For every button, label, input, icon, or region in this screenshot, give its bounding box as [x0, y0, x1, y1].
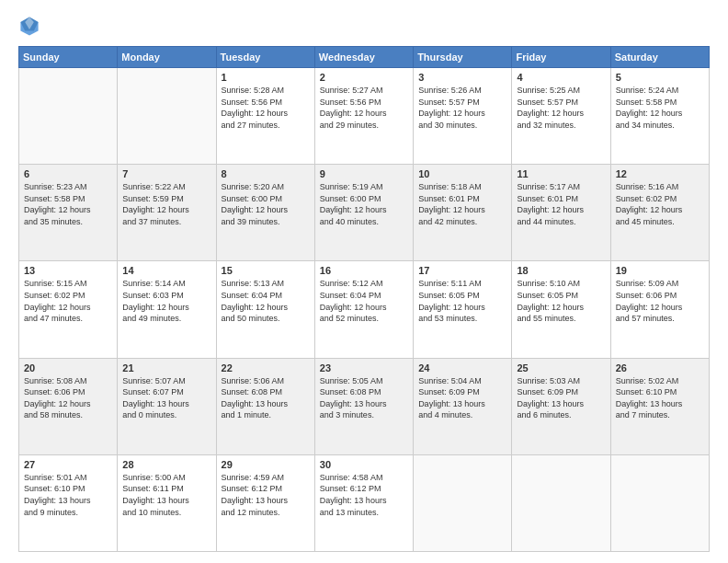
calendar-cell	[118, 68, 216, 165]
day-info: Sunrise: 5:13 AM Sunset: 6:04 PM Dayligh…	[222, 278, 310, 324]
calendar-table: SundayMondayTuesdayWednesdayThursdayFrid…	[18, 46, 710, 552]
calendar-cell	[512, 454, 610, 551]
day-info: Sunrise: 5:16 AM Sunset: 6:02 PM Dayligh…	[616, 181, 704, 227]
day-info: Sunrise: 5:20 AM Sunset: 6:00 PM Dayligh…	[222, 181, 310, 227]
calendar-cell: 6Sunrise: 5:23 AM Sunset: 5:58 PM Daylig…	[19, 165, 118, 261]
day-number: 17	[418, 265, 506, 276]
day-info: Sunrise: 5:17 AM Sunset: 6:01 PM Dayligh…	[517, 181, 605, 227]
day-number: 15	[222, 265, 310, 276]
calendar-cell: 7Sunrise: 5:22 AM Sunset: 5:59 PM Daylig…	[118, 165, 216, 261]
calendar-cell: 30Sunrise: 4:58 AM Sunset: 6:12 PM Dayli…	[314, 454, 413, 551]
calendar-cell: 10Sunrise: 5:18 AM Sunset: 6:01 PM Dayli…	[414, 165, 512, 261]
calendar-cell: 22Sunrise: 5:06 AM Sunset: 6:08 PM Dayli…	[216, 358, 314, 454]
calendar-cell	[19, 68, 118, 165]
day-info: Sunrise: 5:11 AM Sunset: 6:05 PM Dayligh…	[418, 278, 506, 324]
day-number: 9	[320, 168, 408, 179]
day-info: Sunrise: 4:58 AM Sunset: 6:12 PM Dayligh…	[320, 472, 408, 518]
calendar-cell: 14Sunrise: 5:14 AM Sunset: 6:03 PM Dayli…	[118, 261, 216, 358]
day-number: 7	[122, 168, 210, 179]
day-number: 12	[616, 168, 704, 179]
calendar-cell: 2Sunrise: 5:27 AM Sunset: 5:56 PM Daylig…	[314, 68, 413, 165]
header-friday: Friday	[512, 47, 610, 68]
day-number: 11	[517, 168, 605, 179]
day-info: Sunrise: 5:14 AM Sunset: 6:03 PM Dayligh…	[122, 278, 210, 324]
calendar-cell: 12Sunrise: 5:16 AM Sunset: 6:02 PM Dayli…	[610, 165, 709, 261]
day-info: Sunrise: 5:09 AM Sunset: 6:06 PM Dayligh…	[616, 278, 704, 324]
day-info: Sunrise: 5:23 AM Sunset: 5:58 PM Dayligh…	[24, 181, 112, 227]
day-info: Sunrise: 5:01 AM Sunset: 6:10 PM Dayligh…	[24, 472, 112, 518]
day-number: 27	[24, 459, 112, 470]
day-number: 2	[320, 72, 408, 83]
calendar-cell: 20Sunrise: 5:08 AM Sunset: 6:06 PM Dayli…	[19, 358, 118, 454]
day-info: Sunrise: 5:28 AM Sunset: 5:56 PM Dayligh…	[222, 85, 310, 131]
calendar-cell: 1Sunrise: 5:28 AM Sunset: 5:56 PM Daylig…	[216, 68, 314, 165]
calendar-cell: 8Sunrise: 5:20 AM Sunset: 6:00 PM Daylig…	[216, 165, 314, 261]
calendar-cell: 23Sunrise: 5:05 AM Sunset: 6:08 PM Dayli…	[314, 358, 413, 454]
calendar-cell: 27Sunrise: 5:01 AM Sunset: 6:10 PM Dayli…	[19, 454, 118, 551]
day-info: Sunrise: 4:59 AM Sunset: 6:12 PM Dayligh…	[222, 472, 310, 518]
day-number: 4	[517, 72, 605, 83]
calendar-cell: 13Sunrise: 5:15 AM Sunset: 6:02 PM Dayli…	[19, 261, 118, 358]
day-number: 10	[418, 168, 506, 179]
day-info: Sunrise: 5:06 AM Sunset: 6:08 PM Dayligh…	[222, 375, 310, 421]
calendar-week-row: 27Sunrise: 5:01 AM Sunset: 6:10 PM Dayli…	[19, 454, 710, 551]
day-info: Sunrise: 5:27 AM Sunset: 5:56 PM Dayligh…	[320, 85, 408, 131]
day-info: Sunrise: 5:03 AM Sunset: 6:09 PM Dayligh…	[517, 375, 605, 421]
calendar-cell: 26Sunrise: 5:02 AM Sunset: 6:10 PM Dayli…	[610, 358, 709, 454]
day-number: 1	[222, 72, 310, 83]
day-info: Sunrise: 5:19 AM Sunset: 6:00 PM Dayligh…	[320, 181, 408, 227]
day-number: 8	[222, 168, 310, 179]
day-info: Sunrise: 5:08 AM Sunset: 6:06 PM Dayligh…	[24, 375, 112, 421]
day-number: 30	[320, 459, 408, 470]
header	[18, 15, 710, 37]
day-info: Sunrise: 5:10 AM Sunset: 6:05 PM Dayligh…	[517, 278, 605, 324]
calendar-cell	[414, 454, 512, 551]
calendar-week-row: 13Sunrise: 5:15 AM Sunset: 6:02 PM Dayli…	[19, 261, 710, 358]
calendar-cell: 3Sunrise: 5:26 AM Sunset: 5:57 PM Daylig…	[414, 68, 512, 165]
header-tuesday: Tuesday	[216, 47, 314, 68]
calendar-week-row: 20Sunrise: 5:08 AM Sunset: 6:06 PM Dayli…	[19, 358, 710, 454]
day-number: 22	[222, 362, 310, 373]
day-info: Sunrise: 5:18 AM Sunset: 6:01 PM Dayligh…	[418, 181, 506, 227]
header-saturday: Saturday	[610, 47, 709, 68]
day-number: 23	[320, 362, 408, 373]
day-info: Sunrise: 5:26 AM Sunset: 5:57 PM Dayligh…	[418, 85, 506, 131]
calendar-cell: 28Sunrise: 5:00 AM Sunset: 6:11 PM Dayli…	[118, 454, 216, 551]
day-number: 25	[517, 362, 605, 373]
calendar-header-row: SundayMondayTuesdayWednesdayThursdayFrid…	[19, 47, 710, 68]
day-info: Sunrise: 5:25 AM Sunset: 5:57 PM Dayligh…	[517, 85, 605, 131]
logo-icon	[18, 15, 40, 37]
day-number: 14	[122, 265, 210, 276]
calendar-cell: 29Sunrise: 4:59 AM Sunset: 6:12 PM Dayli…	[216, 454, 314, 551]
calendar-cell: 17Sunrise: 5:11 AM Sunset: 6:05 PM Dayli…	[414, 261, 512, 358]
day-info: Sunrise: 5:15 AM Sunset: 6:02 PM Dayligh…	[24, 278, 112, 324]
header-wednesday: Wednesday	[314, 47, 413, 68]
day-number: 5	[616, 72, 704, 83]
day-number: 28	[122, 459, 210, 470]
day-info: Sunrise: 5:05 AM Sunset: 6:08 PM Dayligh…	[320, 375, 408, 421]
day-info: Sunrise: 5:04 AM Sunset: 6:09 PM Dayligh…	[418, 375, 506, 421]
day-info: Sunrise: 5:07 AM Sunset: 6:07 PM Dayligh…	[122, 375, 210, 421]
day-info: Sunrise: 5:00 AM Sunset: 6:11 PM Dayligh…	[122, 472, 210, 518]
day-info: Sunrise: 5:02 AM Sunset: 6:10 PM Dayligh…	[616, 375, 704, 421]
day-info: Sunrise: 5:12 AM Sunset: 6:04 PM Dayligh…	[320, 278, 408, 324]
calendar-cell: 15Sunrise: 5:13 AM Sunset: 6:04 PM Dayli…	[216, 261, 314, 358]
calendar-cell: 4Sunrise: 5:25 AM Sunset: 5:57 PM Daylig…	[512, 68, 610, 165]
day-number: 26	[616, 362, 704, 373]
day-number: 6	[24, 168, 112, 179]
calendar-cell: 16Sunrise: 5:12 AM Sunset: 6:04 PM Dayli…	[314, 261, 413, 358]
day-number: 19	[616, 265, 704, 276]
header-monday: Monday	[118, 47, 216, 68]
day-number: 16	[320, 265, 408, 276]
calendar-cell: 24Sunrise: 5:04 AM Sunset: 6:09 PM Dayli…	[414, 358, 512, 454]
calendar-cell: 18Sunrise: 5:10 AM Sunset: 6:05 PM Dayli…	[512, 261, 610, 358]
day-number: 13	[24, 265, 112, 276]
day-number: 20	[24, 362, 112, 373]
day-info: Sunrise: 5:22 AM Sunset: 5:59 PM Dayligh…	[122, 181, 210, 227]
calendar-week-row: 1Sunrise: 5:28 AM Sunset: 5:56 PM Daylig…	[19, 68, 710, 165]
logo	[18, 15, 44, 37]
day-info: Sunrise: 5:24 AM Sunset: 5:58 PM Dayligh…	[616, 85, 704, 131]
calendar-cell: 21Sunrise: 5:07 AM Sunset: 6:07 PM Dayli…	[118, 358, 216, 454]
page: SundayMondayTuesdayWednesdayThursdayFrid…	[0, 0, 728, 563]
calendar-cell: 19Sunrise: 5:09 AM Sunset: 6:06 PM Dayli…	[610, 261, 709, 358]
